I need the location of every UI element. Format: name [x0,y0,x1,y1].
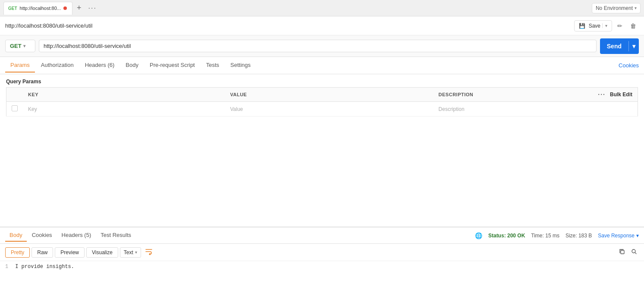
text-format-selector[interactable]: Text ▾ [120,247,141,258]
format-raw-button[interactable]: Raw [31,247,53,258]
wrap-button[interactable] [143,246,155,258]
response-time: Time: 15 ms [531,233,559,239]
value-cell[interactable]: Value [225,102,433,117]
address-actions: 💾 Save ▾ ✏ 🗑 [574,20,639,32]
send-dropdown-chevron[interactable]: ▾ [629,43,639,50]
method-chevron: ▾ [23,44,25,48]
save-button[interactable]: 💾 Save ▾ [574,20,612,32]
environment-chevron: ▾ [635,6,637,10]
response-content: 1 I provide insights. [0,261,644,287]
response-tab-headers[interactable]: Headers (5) [57,229,96,242]
bottom-panel: Body Cookies Headers (5) Test Results 🌐 … [0,227,644,287]
response-tab-test-results[interactable]: Test Results [96,229,135,242]
copy-response-button[interactable] [617,247,627,258]
format-preview-button[interactable]: Preview [55,247,85,258]
empty-area [0,118,644,227]
environment-selector[interactable]: No Environment ▾ [592,3,641,13]
tab-method-badge: GET [8,6,17,11]
edit-button[interactable]: ✏ [615,21,625,31]
add-tab-button[interactable]: + [74,3,84,13]
params-more-button[interactable]: ··· [598,91,606,98]
save-chevron[interactable]: ▾ [602,23,607,28]
response-tab-body[interactable]: Body [5,229,27,242]
th-value: VALUE [225,88,433,102]
text-format-chevron: ▾ [135,250,137,255]
query-params-section: Query Params KEY VALUE DESCRIPTION ··· B… [0,74,644,118]
response-size: Size: 183 B [565,233,592,239]
th-checkbox [6,88,23,102]
th-description: DESCRIPTION ··· Bulk Edit [434,88,638,102]
line-number: 1 [5,264,8,270]
th-key: KEY [23,88,225,102]
cookies-link[interactable]: Cookies [619,62,639,69]
globe-icon: 🌐 [475,232,482,239]
tab-headers[interactable]: Headers (6) [80,58,120,73]
params-table: KEY VALUE DESCRIPTION ··· Bulk Edit [6,87,638,117]
response-line: 1 I provide insights. [5,264,639,270]
tab-params[interactable]: Params [5,58,35,73]
method-selector[interactable]: GET ▾ [5,40,35,52]
save-response-button[interactable]: Save Response ▾ [598,233,639,239]
tab-body[interactable]: Body [120,58,144,73]
text-format-label: Text [124,249,133,255]
send-label: Send [600,43,628,50]
tab-authorization[interactable]: Authorization [36,58,79,73]
key-cell[interactable]: Key [23,102,225,117]
status-badge: Status: 200 OK [488,233,525,239]
bulk-edit-button[interactable]: Bulk Edit [610,91,632,98]
method-label: GET [10,43,22,49]
response-icons [617,247,639,258]
row-checkbox[interactable] [12,105,18,111]
tab-bar: GET http://localhost:80... + ··· No Envi… [0,0,644,16]
svg-point-1 [632,249,635,253]
response-text: I provide insights. [15,264,74,270]
send-button[interactable]: Send ▾ [600,38,639,54]
request-bar: GET ▾ Send ▾ [0,35,644,57]
tab-pre-request[interactable]: Pre-request Script [145,58,200,73]
environment-label: No Environment [596,5,633,11]
save-label: Save [589,23,600,29]
response-status-area: 🌐 Status: 200 OK Time: 15 ms Size: 183 B… [475,232,639,239]
tab-url: http://localhost:80... [20,6,61,11]
active-tab[interactable]: GET http://localhost:80... [3,2,72,15]
tab-unsaved-dot [63,6,67,10]
tab-tests[interactable]: Tests [201,58,224,73]
request-tabs: Params Authorization Headers (6) Body Pr… [0,57,644,74]
response-toolbar: Pretty Raw Preview Visualize Text ▾ [0,244,644,261]
response-tabs: Body Cookies Headers (5) Test Results 🌐 … [0,227,644,244]
tab-bar-right: No Environment ▾ [592,3,641,13]
svg-rect-0 [621,250,624,254]
table-row: Key Value Description [6,102,638,117]
address-bar: http://localhost:8080/util-service/util … [0,16,644,35]
format-visualize-button[interactable]: Visualize [86,247,118,258]
format-pretty-button[interactable]: Pretty [5,247,30,258]
delete-button[interactable]: 🗑 [628,21,639,31]
tab-more-button[interactable]: ··· [86,4,99,12]
tab-settings[interactable]: Settings [225,58,256,73]
address-url: http://localhost:8080/util-service/util [5,22,574,29]
query-params-title: Query Params [6,79,638,85]
url-input[interactable] [39,40,597,52]
response-tab-cookies[interactable]: Cookies [28,229,57,242]
description-cell[interactable]: Description [434,102,638,117]
search-response-button[interactable] [629,247,639,258]
